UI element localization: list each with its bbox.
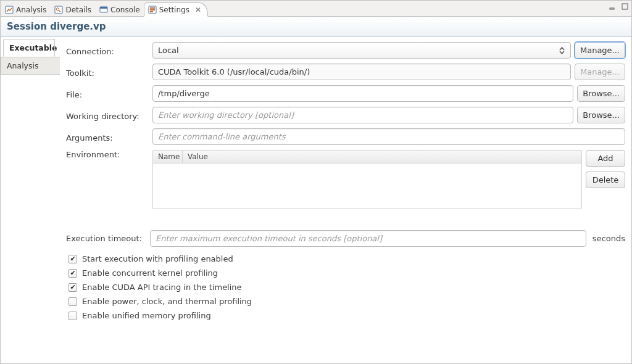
toolkit-value: CUDA Toolkit 6.0 (/usr/local/cuda/bin/) [158,67,310,77]
sidebar-item-analysis[interactable]: Analysis [1,57,60,75]
arguments-placeholder: Enter command-line arguments [158,132,286,141]
checkbox-group: Start execution with profiling enabled E… [69,254,625,320]
env-delete-button[interactable]: Delete [586,172,625,188]
browse-workdir-button[interactable]: Browse... [577,107,625,123]
environment-table-header: Name Value [153,151,581,163]
chk-cuda-api-tracing[interactable]: Enable CUDA API tracing in the timeline [69,283,625,292]
spinner-icon [557,44,568,57]
label-environment: Environment: [66,150,149,159]
svg-rect-5 [100,7,107,9]
label-connection: Connection: [66,44,149,56]
chk-profiling-enabled[interactable]: Start execution with profiling enabled [69,254,625,263]
row-connection: Connection: Local Manage... [66,42,625,59]
tab-analysis[interactable]: Analysis [1,2,52,16]
env-col-name[interactable]: Name [153,151,183,163]
chk-label: Start execution with profiling enabled [82,254,233,263]
timeout-placeholder: Enter maximum execution timeout in secon… [156,234,382,243]
checkbox-icon [69,283,77,292]
chk-label: Enable power, clock, and thermal profili… [82,297,252,306]
checkbox-icon [69,297,77,306]
browse-file-button[interactable]: Browse... [577,85,625,102]
tab-console[interactable]: Console [95,2,146,16]
workdir-field[interactable]: Enter working directory [optional] [152,107,573,123]
label-arguments: Arguments: [66,131,149,143]
arguments-field[interactable]: Enter command-line arguments [152,128,625,145]
maximize-icon[interactable] [620,2,629,10]
console-icon [99,6,108,14]
env-col-value[interactable]: Value [183,151,581,163]
main-area: Executable Analysis Connection: Local Ma… [1,37,631,363]
tab-label: Analysis [16,6,46,14]
env-add-button[interactable]: Add [586,150,625,167]
manage-toolkit-button: Manage... [575,64,625,80]
checkbox-icon [69,312,77,320]
row-workdir: Working directory: Enter working directo… [66,107,625,123]
tab-label: Settings [159,6,189,14]
page-title: Session diverge.vp [1,17,631,37]
chk-label: Enable unified memory profiling [82,311,211,320]
tab-settings[interactable]: Settings ✕ [144,2,208,17]
chk-power-clock-thermal[interactable]: Enable power, clock, and thermal profili… [69,297,625,306]
settings-session-icon [148,6,157,14]
connection-value: Local [158,46,179,55]
chk-unified-memory[interactable]: Enable unified memory profiling [69,311,625,320]
view-control-buttons [608,2,629,10]
details-icon [54,6,63,14]
checkbox-icon [69,255,77,263]
svg-rect-11 [622,4,628,9]
sidebar-item-label: Analysis [7,61,39,70]
tab-label: Details [65,6,91,14]
timeout-field[interactable]: Enter maximum execution timeout in secon… [150,230,586,247]
close-icon[interactable]: ✕ [194,6,202,14]
row-environment: Environment: Name Value Add Delete [66,150,625,209]
checkbox-icon [69,269,77,278]
chk-label: Enable CUDA API tracing in the timeline [82,283,242,292]
settings-view: Analysis Details Console Settings ✕ [0,0,632,364]
label-toolkit: Toolkit: [66,66,149,78]
file-field[interactable]: /tmp/diverge [152,85,573,102]
manage-connection-button[interactable]: Manage... [575,42,625,59]
row-toolkit: Toolkit: CUDA Toolkit 6.0 (/usr/local/cu… [66,64,625,80]
row-file: File: /tmp/diverge Browse... [66,85,625,102]
sidebar: Executable Analysis [1,37,60,363]
row-timeout: Execution timeout: Enter maximum executi… [66,230,625,247]
tab-label: Console [110,6,140,14]
file-value: /tmp/diverge [158,89,210,98]
svg-rect-7 [150,7,155,9]
environment-table[interactable]: Name Value [152,150,582,209]
svg-rect-10 [610,8,614,9]
connection-combo[interactable]: Local [152,42,571,59]
sidebar-item-executable[interactable]: Executable [3,39,55,57]
label-file: File: [66,88,149,99]
workdir-placeholder: Enter working directory [optional] [158,110,294,120]
tab-details[interactable]: Details [50,2,98,16]
analysis-icon [5,6,14,14]
label-workdir: Working directory: [66,109,149,121]
tab-bar: Analysis Details Console Settings ✕ [1,1,631,17]
minimize-icon[interactable] [608,2,617,10]
label-timeout: Execution timeout: [66,234,146,243]
chk-concurrent-kernel[interactable]: Enable concurrent kernel profiling [69,268,625,278]
toolkit-field[interactable]: CUDA Toolkit 6.0 (/usr/local/cuda/bin/) [152,64,571,80]
chk-label: Enable concurrent kernel profiling [82,268,218,278]
timeout-unit: seconds [590,234,625,243]
sidebar-item-label: Executable [9,43,57,52]
svg-rect-8 [150,9,155,10]
row-arguments: Arguments: Enter command-line arguments [66,128,625,145]
executable-form: Connection: Local Manage... Toolkit: CUD… [60,37,631,363]
svg-rect-9 [150,11,153,12]
